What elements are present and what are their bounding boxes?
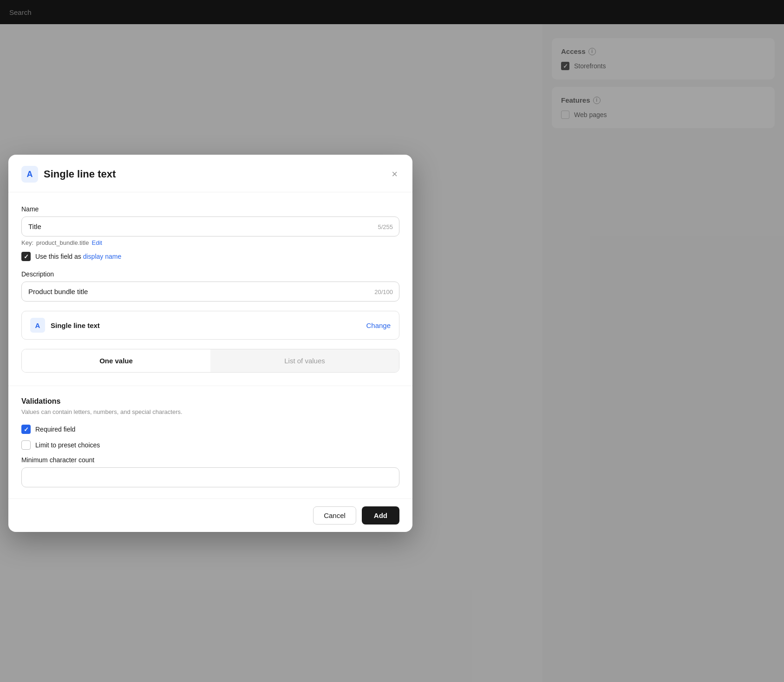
key-row: Key: product_bundle.title Edit	[21, 239, 399, 246]
validations-desc: Values can contain letters, numbers, and…	[21, 408, 399, 415]
display-name-text: Use this field as display name	[35, 253, 121, 260]
required-field-label: Required field	[35, 426, 75, 433]
modal-header: A Single line text ×	[8, 155, 412, 192]
key-edit-link[interactable]: Edit	[92, 239, 102, 246]
name-label: Name	[21, 205, 399, 213]
description-input[interactable]	[21, 282, 399, 302]
description-input-wrapper: 20/100	[21, 282, 399, 302]
required-field-row[interactable]: ✓ Required field	[21, 425, 399, 434]
limit-preset-checkbox[interactable]	[21, 440, 31, 450]
display-name-checkbox-row[interactable]: ✓ Use this field as display name	[21, 252, 399, 261]
modal-title: Single line text	[44, 168, 116, 180]
modal-footer: Cancel Add	[8, 498, 412, 532]
field-type-row: A Single line text Change	[21, 311, 399, 340]
name-input[interactable]	[21, 216, 399, 236]
field-type-change-button[interactable]: Change	[366, 321, 391, 329]
required-field-checkbox[interactable]: ✓	[21, 425, 31, 434]
display-name-link[interactable]: display name	[83, 253, 122, 260]
modal-title-group: A Single line text	[21, 166, 116, 183]
name-input-wrapper: 5/255	[21, 216, 399, 236]
value-type-tabs: One value List of values	[21, 349, 399, 373]
modal-close-button[interactable]: ×	[390, 167, 399, 181]
field-type-icon: A	[30, 318, 45, 333]
modal-container: A Single line text × Name 5/255 Key: pro…	[8, 155, 412, 532]
modal-type-icon: A	[21, 166, 38, 183]
tab-one-value[interactable]: One value	[22, 349, 210, 372]
key-prefix: Key:	[21, 239, 33, 246]
min-char-label: Minimum character count	[21, 456, 399, 464]
min-char-input[interactable]	[21, 467, 399, 487]
cancel-button[interactable]: Cancel	[313, 506, 356, 525]
limit-preset-row[interactable]: Limit to preset choices	[21, 440, 399, 450]
tab-list-of-values[interactable]: List of values	[210, 349, 399, 372]
add-button[interactable]: Add	[362, 506, 399, 525]
modal-body: Name 5/255 Key: product_bundle.title Edi…	[8, 192, 412, 498]
name-char-count: 5/255	[378, 223, 393, 230]
key-value: product_bundle.title	[36, 239, 89, 246]
min-char-section: Minimum character count	[21, 456, 399, 487]
field-type-name: Single line text	[51, 321, 100, 329]
field-type-left: A Single line text	[30, 318, 100, 333]
description-label: Description	[21, 270, 399, 278]
display-name-checkbox[interactable]: ✓	[21, 252, 31, 261]
limit-preset-label: Limit to preset choices	[35, 441, 100, 449]
validations-title: Validations	[21, 397, 399, 406]
description-char-count: 20/100	[374, 288, 393, 295]
section-divider	[8, 386, 412, 386]
